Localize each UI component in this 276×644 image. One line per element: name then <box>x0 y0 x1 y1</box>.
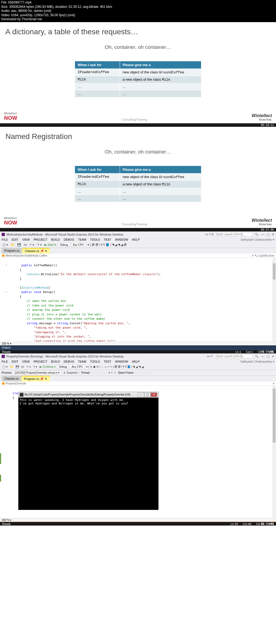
save-button[interactable]: 💾 <box>16 243 22 247</box>
thread-dropdown[interactable] <box>91 372 107 373</box>
continue-button[interactable]: ▶ Continue ▾ <box>39 365 56 369</box>
vs-toolbar: ◯ ▾ 📁 💾 🗃 ↶ ▾ ↷ ▾ ▶ Start ▾ Debug Any CP… <box>0 242 276 248</box>
tab-program[interactable]: Program.cs <box>2 248 22 254</box>
cell: new object of the class GroundCoffee <box>120 69 201 76</box>
tab-pin-icon[interactable]: 📌 <box>40 249 44 253</box>
close-button[interactable]: ✕ <box>272 355 274 358</box>
vertical-scrollbar[interactable] <box>272 386 276 518</box>
user-label[interactable]: Sathyaish Chakravarthy ▾ <box>240 360 274 363</box>
menu-test[interactable]: TEST <box>104 360 111 363</box>
menu-project[interactable]: PROJECT <box>33 238 47 241</box>
console-maximize[interactable]: ▢ <box>144 393 151 397</box>
menu-window[interactable]: WINDOW <box>115 360 128 363</box>
class-icon: 🔶 <box>2 254 5 257</box>
menu-help[interactable]: HELP <box>132 360 140 363</box>
menu-edit[interactable]: EDIT <box>12 360 18 363</box>
namespace-icon: 🔶 <box>2 382 5 385</box>
table-row: …… <box>75 195 201 202</box>
menu-build[interactable]: BUILD <box>51 360 60 363</box>
tab-close-icon[interactable]: ✕ <box>45 249 47 253</box>
breakpoint-margin <box>0 453 1 464</box>
menu-view[interactable]: VIEW <box>22 238 30 241</box>
vs-navbar: 🔶 MethodInjectionViaAttribute.Coffee ▾ 🔧… <box>0 254 276 258</box>
menu-help[interactable]: HELP <box>132 238 140 241</box>
video-info-header: File: 559399777.mp4 Size: 305062844 byte… <box>0 0 276 22</box>
config-dropdown[interactable]: Debug <box>58 243 70 247</box>
menu-tools[interactable]: TOOLS <box>90 238 100 241</box>
zoom-level[interactable]: 100 % ▾ <box>0 342 276 345</box>
breakpoint-margin <box>0 475 1 482</box>
quick-launch-input[interactable] <box>215 232 253 236</box>
open-button[interactable]: 📁 <box>9 365 14 369</box>
class-dropdown[interactable]: MethodInjectionViaAttribute.Coffee <box>6 254 47 257</box>
redo-button[interactable]: ↷ ▾ <box>32 365 38 369</box>
menu-window[interactable]: WINDOW <box>115 238 128 241</box>
back-button[interactable]: ◯ ▾ <box>2 365 8 369</box>
table-row: Milk a new object of the class Milk <box>75 76 201 83</box>
menu-build[interactable]: BUILD <box>51 238 60 241</box>
menu-team[interactable]: TEAM <box>78 238 86 241</box>
tab-classes[interactable]: Classes.cs <box>2 376 21 381</box>
maximize-button[interactable]: ▢ <box>267 233 270 236</box>
menu-project[interactable]: PROJECT <box>33 360 47 363</box>
redo-button[interactable]: ↷ ▾ <box>36 243 43 247</box>
stackframe-dropdown[interactable] <box>135 372 151 373</box>
menu-tools[interactable]: TOOLS <box>90 360 100 363</box>
platform-dropdown[interactable]: Any CPU <box>71 243 86 247</box>
console-minimize[interactable]: — <box>138 393 144 397</box>
user-label[interactable]: Sathyaish Chakravarthy ▾ <box>240 238 274 241</box>
menu-view[interactable]: VIEW <box>22 360 30 363</box>
stackframe-label: Stack Frame: <box>118 371 134 374</box>
suspend-button[interactable]: ⏸ Suspend ▾ <box>62 371 80 374</box>
vs-titlebar: MethodInjectionViaAttribute - Microsoft … <box>0 231 276 237</box>
output-panel-header[interactable]: Output <box>0 345 276 350</box>
close-button[interactable]: ✕ <box>272 233 274 236</box>
timestamp-1: 00:18:12 <box>0 123 276 127</box>
config-dropdown[interactable]: Debug <box>57 365 69 369</box>
vs-tabs: Classes.cs Program.cs 📌 ✕ <box>0 376 276 381</box>
console-close[interactable]: ✕ <box>151 393 157 397</box>
start-button[interactable]: ▶ Start ▾ <box>44 243 57 247</box>
minimize-button[interactable]: — <box>261 233 264 236</box>
slide-footer: Wintellect NOW Consulting/Training Winte… <box>0 217 276 226</box>
undo-button[interactable]: ↶ ▾ <box>26 365 32 369</box>
code-editor[interactable]: ⊟ public CoffeeMaker() { Console.WriteLi… <box>0 258 276 342</box>
menu-file[interactable]: FILE <box>2 360 8 363</box>
console-output[interactable]: This is water speaking. I have Hydrogen … <box>18 398 158 510</box>
wintellect-logo: Wintellect Know how. <box>252 113 272 121</box>
vertical-scrollbar[interactable] <box>272 258 276 342</box>
notification-icon[interactable]: ▭ ⚐3 <box>205 233 213 236</box>
class-dropdown[interactable]: PropertyOverride <box>6 382 26 385</box>
menu-team[interactable]: TEAM <box>78 360 86 363</box>
vs-tabs: Program.cs Classes.cs 📌 ✕ <box>0 248 276 254</box>
status-ln: Ln 29 <box>230 522 238 526</box>
tab-classes[interactable]: Classes.cs 📌 ✕ <box>22 248 50 254</box>
menu-edit[interactable]: EDIT <box>12 238 18 241</box>
video-line: Video: h264, yuv420p, 1280x720, 30.00 fp… <box>1 13 275 18</box>
vs-window-2: PropertyOverride (Running) - Microsoft V… <box>0 353 276 526</box>
notification-icon[interactable]: ▭ ⚐ <box>207 355 213 358</box>
quick-launch-input[interactable] <box>215 354 253 358</box>
status-ready: Ready <box>2 522 230 526</box>
maximize-button[interactable]: ▢ <box>267 355 270 358</box>
platform-dropdown[interactable]: Any CPU <box>70 365 84 369</box>
search-icon[interactable]: 🔍 <box>255 233 258 236</box>
menu-debug[interactable]: DEBUG <box>64 360 74 363</box>
process-dropdown[interactable]: [191292] PropertyOverride.vshost.e ▾ <box>13 371 61 375</box>
member-dropdown[interactable]: LiquidInLitres <box>258 254 274 257</box>
minimize-button[interactable]: — <box>261 355 264 358</box>
console-titlebar[interactable]: file:///C:/temp/Code/PropertyOverride/Pr… <box>18 392 158 398</box>
zoom-level[interactable]: 100 % ▾ <box>0 518 276 522</box>
save-button[interactable]: 💾 <box>15 365 20 369</box>
search-icon[interactable]: 🔍 <box>255 355 258 358</box>
tab-program[interactable]: Program.cs 📌 ✕ <box>21 376 50 381</box>
open-button[interactable]: 📁 <box>10 243 15 247</box>
save-all-button[interactable]: 🗃 <box>23 243 27 247</box>
menu-debug[interactable]: DEBUG <box>64 238 74 241</box>
back-button[interactable]: ◯ ▾ <box>2 243 9 247</box>
table-row: …… <box>75 188 201 195</box>
undo-button[interactable]: ↶ ▾ <box>29 243 35 247</box>
menu-test[interactable]: TEST <box>104 238 111 241</box>
save-all-button[interactable]: 🗃 <box>20 365 25 369</box>
menu-file[interactable]: FILE <box>2 238 8 241</box>
